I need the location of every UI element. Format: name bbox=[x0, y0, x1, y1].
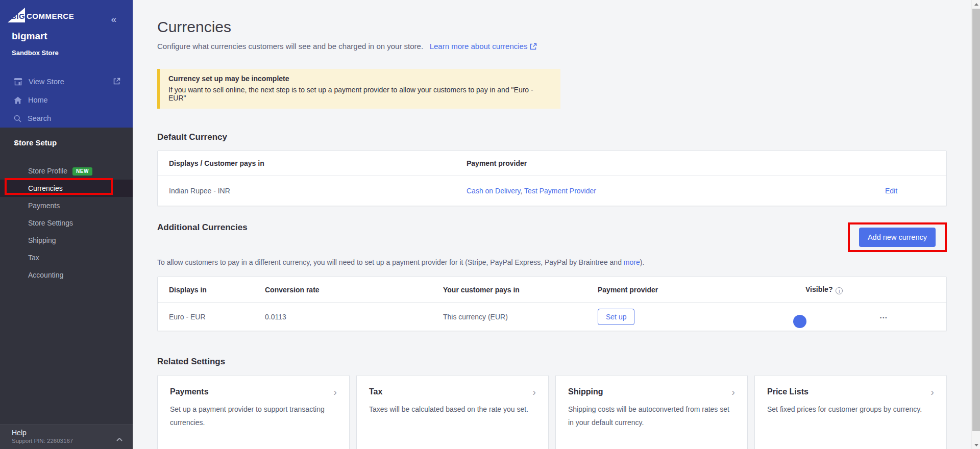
sidebar-item-currencies[interactable]: Currencies bbox=[0, 180, 133, 197]
learn-more-link[interactable]: Learn more about currencies bbox=[430, 42, 528, 51]
provider-link[interactable]: Test Payment Provider bbox=[524, 187, 596, 195]
page-title: Currencies bbox=[157, 18, 947, 36]
chevron-left-icon[interactable]: ‹ bbox=[0, 138, 15, 147]
sidebar-item-label: Store Settings bbox=[28, 219, 73, 227]
column-header: Payment provider bbox=[598, 286, 805, 294]
card-body: Set up a payment provider to support tra… bbox=[170, 403, 337, 430]
sidebar: BIG COMMERCE « bigmart Sandbox Store Vie… bbox=[0, 0, 133, 449]
sidebar-item-search[interactable]: Search bbox=[0, 109, 133, 128]
table-header-row: Displays / Customer pays in Payment prov… bbox=[158, 151, 946, 176]
card-title: Price Lists bbox=[767, 387, 808, 396]
sidebar-item-label: Search bbox=[28, 114, 51, 122]
table-row: Euro - EUR 0.0113 This currency (EUR) Se… bbox=[158, 303, 946, 331]
more-link[interactable]: more bbox=[624, 258, 640, 266]
related-settings-heading: Related Settings bbox=[157, 357, 947, 367]
chevron-right-icon[interactable]: › bbox=[532, 387, 536, 397]
default-currency-table: Displays / Customer pays in Payment prov… bbox=[157, 151, 947, 206]
storefront-icon bbox=[14, 78, 22, 86]
search-icon bbox=[14, 115, 21, 122]
sidebar-item-label: Payments bbox=[28, 202, 60, 210]
help-panel[interactable]: Help Support PIN: 22603167 bbox=[0, 425, 133, 449]
column-header: Displays / Customer pays in bbox=[169, 159, 467, 167]
sidebar-item-label: Currencies bbox=[28, 184, 63, 192]
additional-currencies-table: Displays in Conversion rate Your custome… bbox=[157, 277, 947, 331]
sidebar-item-tax[interactable]: Tax bbox=[0, 249, 133, 266]
toggle-knob bbox=[793, 315, 806, 328]
scrollbar-thumb[interactable] bbox=[972, 9, 980, 431]
description-text: To allow customers to pay in a different… bbox=[157, 258, 624, 266]
scroll-down-arrow[interactable] bbox=[972, 441, 980, 449]
related-card-shipping[interactable]: Shipping› Shipping costs will be autocon… bbox=[555, 375, 748, 449]
description-text: ). bbox=[640, 258, 645, 266]
sidebar-item-store-profile[interactable]: Store ProfileNEW bbox=[0, 162, 133, 180]
set-up-button[interactable]: Set up bbox=[598, 309, 634, 325]
sidebar-item-label: Tax bbox=[28, 254, 39, 262]
column-header: Payment provider bbox=[467, 159, 885, 167]
store-name: bigmart bbox=[12, 31, 47, 42]
chevron-right-icon[interactable]: › bbox=[731, 387, 735, 397]
main-content: Currencies Configure what currencies cus… bbox=[133, 0, 980, 449]
column-header: Conversion rate bbox=[265, 286, 443, 294]
edit-link[interactable]: Edit bbox=[885, 187, 897, 195]
new-badge: NEW bbox=[72, 167, 92, 176]
collapse-sidebar-icon[interactable]: « bbox=[111, 14, 116, 24]
bigcommerce-admin: BIG COMMERCE « bigmart Sandbox Store Vie… bbox=[0, 0, 980, 449]
warning-title: Currency set up may be incomplete bbox=[168, 74, 552, 83]
bigcommerce-logo: BIG COMMERCE bbox=[7, 7, 84, 24]
table-header-row: Displays in Conversion rate Your custome… bbox=[158, 277, 946, 303]
separator: , bbox=[521, 187, 523, 195]
provider-link[interactable]: Cash on Delivery bbox=[467, 187, 521, 195]
chevron-up-icon[interactable] bbox=[116, 434, 122, 443]
sidebar-nav: View Store Home Search bbox=[0, 72, 133, 128]
sidebar-item-accounting[interactable]: Accounting bbox=[0, 266, 133, 284]
card-title: Tax bbox=[369, 387, 382, 396]
logo-text-big: BIG bbox=[11, 12, 25, 20]
row-menu-icon[interactable]: ••• bbox=[880, 315, 888, 320]
help-label: Help bbox=[12, 429, 133, 437]
sidebar-item-label: Accounting bbox=[28, 271, 63, 279]
related-card-payments[interactable]: Payments› Set up a payment provider to s… bbox=[157, 375, 350, 449]
chevron-right-icon[interactable]: › bbox=[930, 387, 934, 397]
card-body: Taxes will be calculated based on the ra… bbox=[369, 403, 536, 416]
sidebar-item-store-settings[interactable]: Store Settings bbox=[0, 214, 133, 232]
card-body: Shipping costs will be autoconverted fro… bbox=[568, 403, 735, 430]
sidebar-item-label: Home bbox=[28, 96, 48, 104]
sidebar-item-view-store[interactable]: View Store bbox=[0, 72, 133, 91]
sidebar-item-label: Shipping bbox=[28, 236, 56, 244]
annotation-add-currency-highlight: Add new currency bbox=[848, 222, 947, 252]
customer-pays-cell: This currency (EUR) bbox=[443, 313, 598, 321]
page-subtitle-row: Configure what currencies customers will… bbox=[157, 42, 947, 52]
info-icon[interactable]: i bbox=[836, 287, 843, 294]
store-setup-menu: Store ProfileNEW Currencies Payments Sto… bbox=[0, 162, 133, 284]
external-link-icon[interactable] bbox=[530, 43, 537, 52]
store-setup-header[interactable]: ‹ Store Setup bbox=[0, 137, 57, 148]
conversion-rate-cell: 0.0113 bbox=[265, 313, 443, 321]
column-header: Displays in bbox=[169, 286, 265, 294]
add-new-currency-button[interactable]: Add new currency bbox=[859, 228, 936, 247]
sidebar-item-label: View Store bbox=[29, 78, 64, 86]
card-body: Set fixed prices for customer groups by … bbox=[767, 403, 934, 416]
column-header: Visible?i bbox=[805, 285, 880, 294]
visible-header-label: Visible? bbox=[805, 285, 832, 293]
currency-cell: Indian Rupee - INR bbox=[169, 187, 467, 195]
chevron-right-icon[interactable]: › bbox=[333, 387, 337, 397]
providers-cell: Cash on Delivery, Test Payment Provider bbox=[467, 187, 885, 195]
scroll-up-arrow[interactable] bbox=[972, 0, 980, 8]
sidebar-item-home[interactable]: Home bbox=[0, 91, 133, 109]
warning-body: If you want to sell online, the next ste… bbox=[168, 86, 552, 102]
related-card-price-lists[interactable]: Price Lists› Set fixed prices for custom… bbox=[754, 375, 947, 449]
external-link-icon[interactable] bbox=[113, 78, 120, 86]
default-currency-heading: Default Currency bbox=[157, 132, 947, 142]
sidebar-item-payments[interactable]: Payments bbox=[0, 197, 133, 214]
vertical-scrollbar[interactable] bbox=[971, 0, 980, 449]
additional-currencies-heading: Additional Currencies bbox=[157, 222, 248, 233]
card-title: Payments bbox=[170, 387, 209, 396]
section-title: Store Setup bbox=[14, 138, 57, 147]
page-subtitle: Configure what currencies customers will… bbox=[157, 42, 423, 51]
table-row: Indian Rupee - INR Cash on Delivery, Tes… bbox=[158, 176, 946, 206]
sidebar-item-shipping[interactable]: Shipping bbox=[0, 232, 133, 249]
column-header: Your customer pays in bbox=[443, 286, 598, 294]
sidebar-item-label: Store Profile bbox=[28, 167, 67, 175]
related-card-tax[interactable]: Tax› Taxes will be calculated based on t… bbox=[356, 375, 549, 449]
sidebar-menu-panel: ‹ Store Setup Store ProfileNEW Currencie… bbox=[0, 128, 133, 425]
